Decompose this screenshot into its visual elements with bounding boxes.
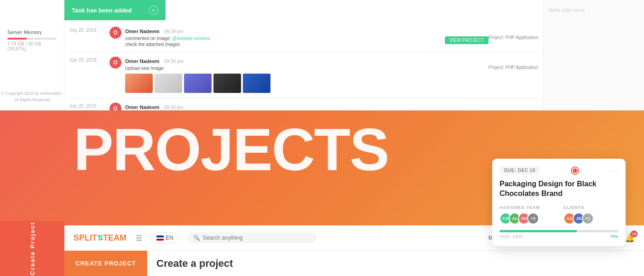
vertical-sidebar[interactable]: Create Project <box>0 221 64 276</box>
feed-project: Project: PHP Application <box>489 65 538 70</box>
feed-date: July 20, 2019 <box>69 27 106 33</box>
vertical-sidebar-text: Create Project <box>29 222 36 275</box>
memory-total: 20 GB <box>28 41 41 46</box>
memory-bar-background <box>7 38 57 40</box>
feed-item: July 20, 2019 O Omer Nadeem 09:34 pm Upl… <box>69 52 538 98</box>
assigned-team-section: ASSIGNED TEAM CO AL AV +3 <box>500 205 554 224</box>
app-content: CREATE PROJECT Create a project <box>64 251 644 276</box>
client-avatar-count: +1 <box>582 213 594 224</box>
logo-arrow-icon: ⇅ <box>97 234 103 242</box>
language-selector[interactable]: EN <box>151 232 178 243</box>
project-card: DUE: DEC 18 ··· Packaging Design for Bla… <box>492 159 626 246</box>
card-progress: TASK: 14/20 70% <box>500 230 618 239</box>
clients-section: CLIENTS AZ JD +1 <box>564 205 618 224</box>
main-content-area: Task has been added × July 20, 2019 O Om… <box>64 0 543 110</box>
task-notification-text: Task has been added <box>72 7 132 14</box>
create-project-sidebar: CREATE PROJECT <box>64 251 147 276</box>
feed-avatar: O <box>109 103 121 110</box>
card-header: DUE: DEC 18 ··· <box>500 166 618 175</box>
clients-label: CLIENTS <box>564 205 618 210</box>
feed-item: July 20, 2019 O Omer Nadeem 09:34 pm com… <box>69 22 538 52</box>
task-notification-close-button[interactable]: × <box>149 6 158 15</box>
task-notification: Task has been added × <box>64 0 166 20</box>
create-project-button[interactable]: CREATE PROJECT <box>75 260 136 267</box>
feed-thumbnail <box>155 74 182 93</box>
team-avatars-row: CO AL AV +3 <box>500 213 554 224</box>
progress-value: 70% <box>610 234 618 239</box>
server-memory-section: Server Memory 7.79 GB / 20 GB (38.97%) <box>0 23 64 58</box>
feed-avatar: O <box>109 27 121 39</box>
progress-info: TASK: 14/20 70% <box>500 234 618 239</box>
feed-thumbnail <box>213 74 241 93</box>
feed-body: Omer Nadeem 09:34 pm commented on Image:… <box>125 27 538 47</box>
card-more-button[interactable]: ··· <box>610 167 618 174</box>
feed-action: Upload new Image: <box>125 66 270 71</box>
feed-action: commented on Image: @website-screens <box>125 36 210 41</box>
feed-body: Omer Nadeem 09:34 pm commented on Image:… <box>125 103 538 110</box>
view-project-button[interactable]: VIEW PROJECT <box>445 36 489 44</box>
server-memory-label: Server Memory <box>7 29 57 35</box>
card-meta: ASSIGNED TEAM CO AL AV +3 CLIENTS AZ JD … <box>500 205 618 224</box>
sidebar-area: Server Memory 7.79 GB / 20 GB (38.97%) ©… <box>0 0 64 110</box>
feed-avatar: O <box>109 57 121 69</box>
assigned-team-label: ASSIGNED TEAM <box>500 205 554 210</box>
feed-images <box>125 74 270 93</box>
feed-thumbnail <box>243 74 270 93</box>
create-project-title: Create a project <box>156 258 233 270</box>
feed-detail: check the attached images <box>125 42 210 47</box>
feed-author: Omer Nadeem <box>125 104 160 110</box>
feed-date: July 20, 2019 <box>69 57 106 63</box>
language-label: EN <box>166 235 173 241</box>
bell-badge: 10 <box>631 230 638 237</box>
feed-author: Omer Nadeem <box>125 29 160 34</box>
feed-time: 09:34 pm <box>164 105 184 110</box>
progress-label: TASK: 14/20 <box>500 234 523 239</box>
feed-body: Omer Nadeem 09:34 pm Upload new Image: <box>125 57 538 93</box>
memory-values: 7.79 GB / 20 GB (38.97%) <box>7 41 57 52</box>
team-avatar-count: +3 <box>527 213 539 224</box>
client-avatars-row: AZ JD +1 <box>564 213 618 224</box>
logo-team: TEAM <box>103 233 126 243</box>
memory-percent: (38.97%) <box>7 46 26 52</box>
app-main: Create a project <box>147 251 644 276</box>
status-dot-icon <box>572 167 578 174</box>
top-panel: Server Memory 7.79 GB / 20 GB (38.97%) ©… <box>0 0 644 110</box>
memory-used: 7.79 GB <box>7 41 24 46</box>
memory-bar-fill <box>7 38 27 40</box>
projects-title: PROJECTS <box>74 120 389 179</box>
feed-date: July 20, 2019 <box>69 103 106 109</box>
feed-author: Omer Nadeem <box>125 58 160 64</box>
search-icon: 🔍 <box>193 235 200 241</box>
feed-time: 09:34 pm <box>164 29 184 34</box>
bell-icon-wrapper[interactable]: 🔔 10 <box>625 233 635 243</box>
feed-thumbnail <box>125 74 153 93</box>
app-logo: SPLIT ⇅ TEAM <box>74 233 126 243</box>
logo-split: SPLIT <box>74 233 97 243</box>
note-placeholder: Write note here! <box>549 7 585 13</box>
search-input[interactable] <box>203 235 311 241</box>
feed-item: July 20, 2019 O Omer Nadeem 09:34 pm com… <box>69 98 538 110</box>
feed-time: 09:34 pm <box>164 59 184 64</box>
progress-bar-fill <box>500 230 577 232</box>
feed-link[interactable]: @website-screens <box>172 36 210 41</box>
hamburger-menu-icon[interactable]: ☰ <box>136 234 142 242</box>
feed-thumbnail <box>184 74 212 93</box>
activity-feed: July 20, 2019 O Omer Nadeem 09:34 pm com… <box>64 22 543 110</box>
feed-project: Project: PHP Application <box>489 35 538 40</box>
card-title: Packaging Design for Black Chocolates Br… <box>500 179 618 199</box>
memory-separator: / <box>25 41 27 46</box>
copyright: © Copyright 2019 by Artimization.All Rig… <box>0 91 64 103</box>
note-area: Write note here! <box>543 0 644 110</box>
progress-bar-background <box>500 230 618 232</box>
due-badge: DUE: DEC 18 <box>500 166 540 175</box>
search-bar[interactable]: 🔍 <box>188 232 316 243</box>
flag-icon <box>156 236 164 241</box>
